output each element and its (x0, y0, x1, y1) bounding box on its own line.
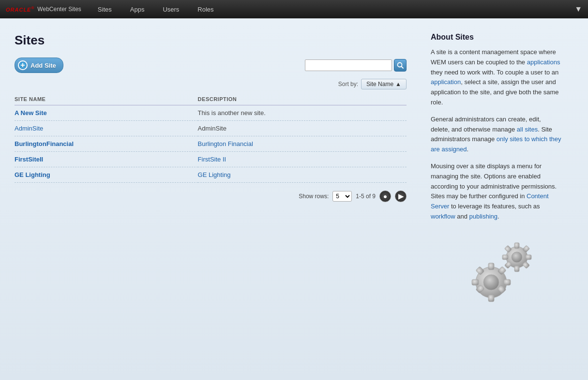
table-cell-description: GE Lighting (198, 167, 407, 183)
about-para-3: Mousing over a site displays a menu for … (431, 161, 561, 222)
col-site-name: SITE NAME (15, 93, 198, 105)
site-name-link[interactable]: BurlingtonFinancial (15, 140, 74, 147)
svg-rect-5 (488, 295, 494, 302)
table-cell-description: This is another new site. (198, 105, 407, 121)
table-body: A New SiteThis is another new site.Admin… (15, 105, 407, 183)
table-row: GE LightingGE Lighting (15, 167, 407, 183)
about-para-1: A site is a content management space whe… (431, 47, 561, 108)
page-title: Sites (15, 33, 407, 48)
nav-users[interactable]: Users (161, 6, 181, 13)
svg-point-13 (512, 252, 522, 263)
sort-value: Site Name (366, 81, 393, 88)
site-name-link[interactable]: A New Site (15, 109, 47, 117)
search-icon (397, 62, 404, 69)
gears-svg (457, 232, 535, 309)
table-cell-description: Burlington Financial (198, 136, 407, 152)
add-site-button[interactable]: + Add Site (15, 58, 63, 73)
table-cell-site-name: GE Lighting (15, 167, 198, 183)
left-content: Sites + Add Site Sort by: Site Na (0, 18, 421, 380)
site-desc-link[interactable]: Burlington Financial (198, 140, 253, 147)
right-panel: About Sites A site is a content manageme… (421, 18, 571, 380)
application-link[interactable]: application (431, 78, 461, 86)
site-desc-text: This is another new site. (198, 109, 266, 117)
next-page-button[interactable]: ▶ (395, 190, 407, 202)
oracle-logo: ORACLE® (6, 6, 34, 13)
table-cell-description: AdminSite (198, 121, 407, 136)
sort-arrow-icon: ▲ (395, 81, 401, 88)
add-site-label: Add Site (30, 62, 56, 69)
svg-point-3 (483, 275, 499, 290)
site-desc-link[interactable]: GE Lighting (198, 171, 231, 178)
plus-icon: + (18, 60, 28, 70)
all-sites-link[interactable]: all sites (517, 126, 538, 133)
table-header-row: SITE NAME DESCRIPTION (15, 93, 407, 105)
table-cell-site-name: BurlingtonFinancial (15, 136, 198, 152)
table-cell-description: FirstSite II (198, 152, 407, 167)
site-name-text: AdminSite (15, 125, 43, 132)
search-input[interactable] (305, 59, 392, 71)
sites-table: SITE NAME DESCRIPTION A New SiteThis is … (15, 93, 407, 183)
applications-link[interactable]: applications (527, 58, 560, 66)
main-container: Sites + Add Site Sort by: Site Na (0, 18, 588, 380)
brand: ORACLE® WebCenter Sites (6, 6, 81, 13)
svg-rect-16 (502, 255, 508, 260)
site-name-link[interactable]: FirstSiteII (15, 156, 43, 163)
svg-rect-4 (488, 263, 494, 270)
search-area (305, 59, 407, 72)
prev-page-button[interactable]: ● (379, 190, 391, 202)
sort-button[interactable]: Site Name ▲ (361, 79, 407, 89)
content-server-link[interactable]: Content Server (431, 192, 549, 210)
about-title: About Sites (431, 33, 561, 42)
about-para-2: General administrators can create, edit,… (431, 115, 561, 155)
sort-bar: Sort by: Site Name ▲ (15, 79, 407, 89)
only-sites-link[interactable]: only sites to which they are assigned (431, 135, 561, 153)
show-rows-label: Show rows: (299, 193, 329, 200)
page-info: 1-5 of 9 (356, 193, 376, 200)
nav-right: ▼ (574, 5, 582, 14)
rows-per-page-select[interactable]: 5 10 25 (332, 191, 352, 202)
toolbar: + Add Site (15, 58, 407, 73)
col-description: DESCRIPTION (198, 93, 407, 105)
search-button[interactable] (394, 59, 407, 72)
svg-rect-17 (526, 255, 531, 260)
table-cell-site-name: FirstSiteII (15, 152, 198, 167)
site-name-link[interactable]: GE Lighting (15, 171, 50, 178)
site-desc-text: AdminSite (198, 125, 226, 132)
nav-apps[interactable]: Apps (128, 6, 147, 13)
table-cell-site-name: AdminSite (15, 121, 198, 136)
publishing-link[interactable]: publishing (469, 213, 498, 220)
table-row: BurlingtonFinancialBurlington Financial (15, 136, 407, 152)
svg-line-1 (402, 67, 404, 69)
table-row: FirstSiteIIFirstSite II (15, 152, 407, 167)
gears-illustration (431, 232, 561, 309)
table-row: AdminSiteAdminSite (15, 121, 407, 136)
svg-rect-6 (472, 279, 479, 285)
nav-menu-icon[interactable]: ▼ (574, 5, 582, 13)
svg-rect-15 (514, 266, 519, 272)
nav-links: Sites Apps Users Roles (96, 6, 574, 13)
sort-label: Sort by: (338, 81, 358, 88)
table-cell-site-name: A New Site (15, 105, 198, 121)
product-name: WebCenter Sites (37, 6, 81, 13)
nav-sites[interactable]: Sites (96, 6, 114, 13)
table-row: A New SiteThis is another new site. (15, 105, 407, 121)
top-navigation: ORACLE® WebCenter Sites Sites Apps Users… (0, 0, 588, 18)
workflow-link[interactable]: workflow (431, 213, 455, 220)
svg-rect-14 (514, 243, 519, 248)
nav-roles[interactable]: Roles (196, 6, 215, 13)
svg-rect-7 (504, 279, 511, 285)
site-desc-link[interactable]: FirstSite II (198, 156, 226, 163)
pagination: Show rows: 5 10 25 1-5 of 9 ● ▶ (15, 190, 407, 202)
